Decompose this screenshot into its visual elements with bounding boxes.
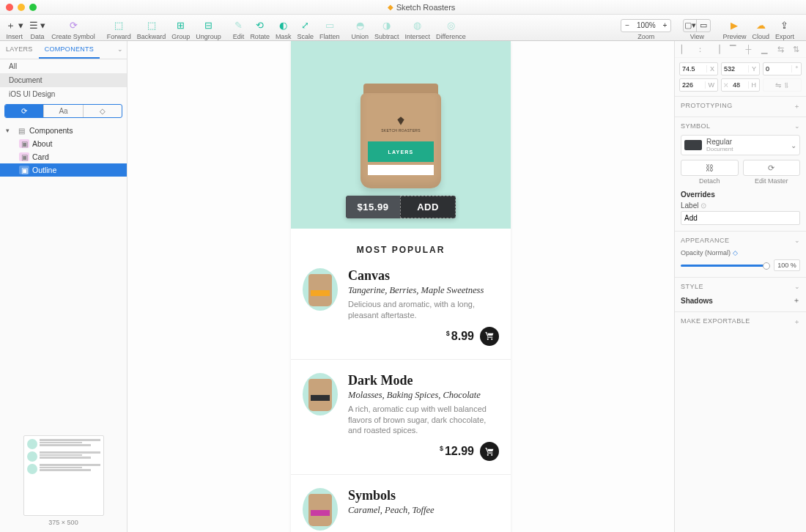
- alignment-controls[interactable]: ▏ ： ▕ ▔ ┼ ▁ ⇆ ⇅: [675, 41, 806, 58]
- product-thumb: [303, 373, 338, 415]
- align-top-icon[interactable]: ▔: [728, 44, 738, 54]
- toolbar: ＋ ▾Insert ☰ ▾Data ⟳Create Symbol ⬚Forwar…: [0, 15, 806, 41]
- align-bottom-icon[interactable]: ▁: [759, 44, 769, 54]
- window-title-text: Sketch Roasters: [396, 3, 456, 12]
- filter-ios[interactable]: iOS UI Design: [0, 87, 127, 101]
- add-export-icon[interactable]: ＋: [794, 317, 801, 327]
- tree-item-outline[interactable]: ▣Outline: [0, 163, 127, 177]
- add-to-cart-button[interactable]: [480, 442, 499, 461]
- panel-collapse-icon[interactable]: ⌄: [111, 41, 129, 59]
- artboard[interactable]: SKETCH ROASTERS LAYERS $15.99 ADD MOST P…: [291, 41, 511, 532]
- product-name: Dark Mode: [348, 373, 499, 388]
- inspector-panel: ▏ ： ▕ ▔ ┼ ▁ ⇆ ⇅ X Y ° W ⤫H ⇋ ⥮ PROTOTYPI…: [674, 41, 806, 532]
- tab-components[interactable]: COMPONENTS: [39, 41, 100, 59]
- product-name: Canvas: [348, 268, 499, 284]
- bag-brand: SKETCH ROASTERS: [361, 128, 441, 133]
- preview-dimensions: 375 × 500: [48, 519, 78, 526]
- preview-button[interactable]: ▶Preview: [720, 15, 749, 40]
- add-to-cart-button[interactable]: [480, 327, 499, 346]
- component-type-segment[interactable]: ⟳ Aa ◇: [4, 104, 122, 118]
- group-button[interactable]: ⊞Group: [169, 15, 193, 40]
- scale-button[interactable]: ⤢Scale: [294, 15, 317, 40]
- difference-button[interactable]: ◎Difference: [433, 15, 469, 40]
- add-button[interactable]: ADD: [400, 196, 456, 218]
- view-control[interactable]: ▢▾▭ View: [680, 15, 714, 40]
- detach-label: Detach: [681, 177, 739, 185]
- add-shadow-icon[interactable]: ＋: [793, 295, 800, 306]
- export-button[interactable]: ⇪Export: [772, 15, 797, 40]
- segment-text-icon[interactable]: Aa: [44, 105, 83, 117]
- segment-shape-icon[interactable]: ◇: [84, 105, 122, 117]
- price-label: $15.99: [346, 196, 400, 218]
- angle-field[interactable]: °: [763, 62, 802, 75]
- forward-button[interactable]: ⬚Forward: [104, 15, 134, 40]
- edit-master-label: Edit Master: [743, 177, 801, 185]
- shadows-label: Shadows: [681, 297, 713, 305]
- product-desc: A rich, aromatic cup with well balanced …: [348, 404, 499, 437]
- override-field-label: Label⊙: [681, 202, 800, 210]
- bag-diamond-icon: [392, 112, 410, 130]
- distribute-v-icon[interactable]: ⇅: [791, 44, 802, 54]
- tree-folder-components[interactable]: ▾▤Components: [0, 124, 127, 137]
- tree-item-card[interactable]: ▣Card: [0, 150, 127, 163]
- canvas[interactable]: SKETCH ROASTERS LAYERS $15.99 ADD MOST P…: [127, 41, 674, 532]
- maximize-icon[interactable]: [29, 4, 37, 11]
- window-controls: [6, 4, 37, 11]
- rotate-button[interactable]: ⟲Rotate: [247, 15, 273, 40]
- appearance-chevron-icon[interactable]: ⌄: [794, 237, 801, 244]
- align-right-icon[interactable]: ▕: [711, 44, 722, 54]
- symbol-picker[interactable]: RegularDocument ⌄: [681, 135, 800, 155]
- product-notes: Caramel, Peach, Toffee: [348, 505, 435, 516]
- distribute-h-icon[interactable]: ⇆: [775, 44, 785, 54]
- cloud-button[interactable]: ☁Cloud: [749, 15, 772, 40]
- style-chevron-icon[interactable]: ⌄: [794, 283, 801, 290]
- symbol-thumb: [684, 140, 702, 150]
- filter-all[interactable]: All: [0, 59, 127, 73]
- intersect-button[interactable]: ◍Intersect: [402, 15, 434, 40]
- union-button[interactable]: ◓Union: [348, 15, 371, 40]
- close-icon[interactable]: [6, 4, 13, 11]
- edit-master-button[interactable]: ⟳: [743, 160, 801, 176]
- prototyping-header: PROTOTYPING: [681, 102, 733, 111]
- layer-tree: ▾▤Components ▣About ▣Card ▣Outline: [0, 121, 127, 180]
- lock-icon[interactable]: ⤫: [722, 81, 731, 89]
- ungroup-button[interactable]: ⊟Ungroup: [193, 15, 224, 40]
- create-symbol-button[interactable]: ⟳Create Symbol: [48, 15, 98, 40]
- override-input[interactable]: [681, 211, 800, 225]
- align-center-h-icon[interactable]: ：: [695, 44, 706, 54]
- symbol-chevron-icon[interactable]: ⌄: [794, 122, 801, 130]
- segment-symbols-icon[interactable]: ⟳: [5, 105, 44, 117]
- flatten-button[interactable]: ▭Flatten: [317, 15, 343, 40]
- tree-item-about[interactable]: ▣About: [0, 137, 127, 150]
- cart-icon: [485, 447, 495, 457]
- left-panel: LAYERS COMPONENTS ⌄ All Document iOS UI …: [0, 41, 127, 532]
- w-field[interactable]: W: [679, 78, 718, 92]
- mask-button[interactable]: ◐Mask: [273, 15, 295, 40]
- product-thumb: [303, 488, 338, 531]
- add-prototyping-icon[interactable]: ＋: [794, 102, 801, 111]
- align-center-v-icon[interactable]: ┼: [743, 44, 753, 54]
- y-field[interactable]: Y: [721, 62, 760, 75]
- flip-controls[interactable]: ⇋ ⥮: [763, 78, 802, 92]
- edit-button[interactable]: ✎Edit: [230, 15, 248, 40]
- align-left-icon[interactable]: ▏: [679, 44, 689, 54]
- product-bag: SKETCH ROASTERS LAYERS: [361, 75, 441, 188]
- sketch-diamond-icon: ◆: [388, 3, 393, 11]
- cart-icon: [485, 331, 495, 341]
- data-button[interactable]: ☰ ▾Data: [26, 15, 49, 40]
- opacity-value[interactable]: 100 %: [774, 259, 800, 271]
- minimize-icon[interactable]: [18, 4, 25, 11]
- price-add-bar[interactable]: $15.99 ADD: [346, 196, 456, 218]
- product-item: Canvas Tangerine, Berries, Maple Sweetne…: [291, 268, 511, 360]
- detach-button[interactable]: ⛓: [681, 160, 739, 176]
- filter-document[interactable]: Document: [0, 73, 127, 87]
- tab-layers[interactable]: LAYERS: [0, 41, 39, 59]
- insert-button[interactable]: ＋ ▾Insert: [3, 15, 26, 40]
- opacity-slider[interactable]: [681, 265, 769, 267]
- hero-section: SKETCH ROASTERS LAYERS $15.99 ADD: [291, 41, 511, 229]
- subtract-button[interactable]: ◑Subtract: [371, 15, 402, 40]
- zoom-control[interactable]: −100%+ Zoom: [618, 15, 674, 40]
- backward-button[interactable]: ⬚Backward: [134, 15, 169, 40]
- x-field[interactable]: X: [679, 62, 718, 75]
- titlebar: ◆ Sketch Roasters: [0, 0, 806, 15]
